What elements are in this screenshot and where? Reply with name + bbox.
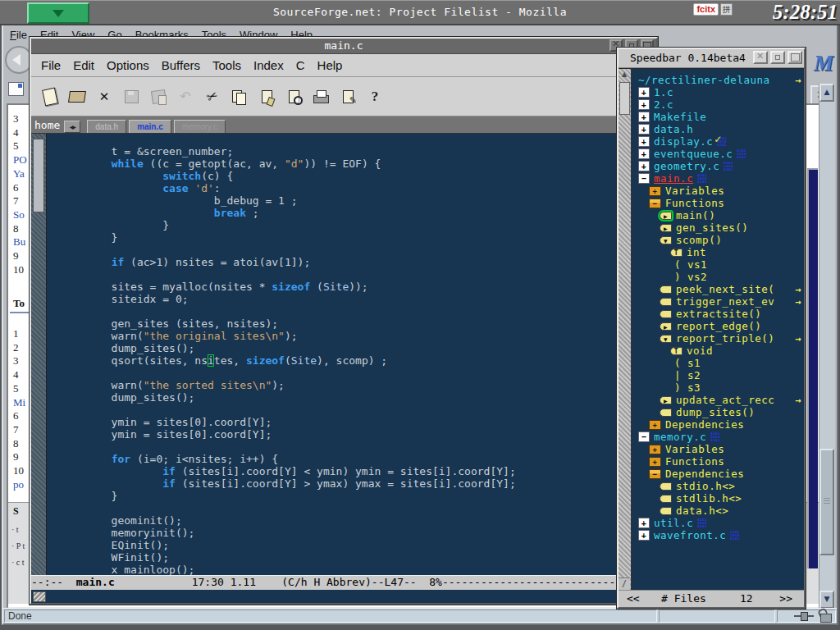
paste-icon[interactable] [256,84,277,109]
tree-label[interactable]: Makefile [654,111,706,123]
scroll-down-icon[interactable]: ▼ [819,591,834,609]
tag-icon[interactable] [660,409,672,417]
tree-row-extractsite-[interactable]: extractsite() [632,308,804,320]
menu-c[interactable]: C [296,58,305,72]
tree-row-data.h-[interactable]: data.h<> [632,504,804,517]
tree-label[interactable]: display.c [654,135,713,148]
scrollbar-thumb[interactable] [619,82,630,115]
tree-label[interactable]: data.h [654,123,693,135]
speedbar-titlebar[interactable]: Speedbar 0.14beta4 [619,49,804,68]
tag-expanded-icon[interactable] [660,335,672,343]
tree-label[interactable]: Dependencies [665,468,744,480]
file-plus-icon[interactable] [638,124,650,135]
page-link-fragment[interactable]: PO [13,153,27,167]
print-icon[interactable] [310,84,331,109]
tree-label[interactable]: ( s1 [674,357,701,369]
menu-index[interactable]: Index [253,58,284,72]
tree-row-report-edge-[interactable]: report_edge() [632,320,804,332]
page-link-fragment[interactable]: Ya [13,167,25,180]
next-page-button[interactable]: >> [779,591,792,607]
tree-label[interactable]: stdio.h<> [676,480,735,492]
tree-label[interactable]: update_act_recc [676,394,774,406]
tree-row-memory.c[interactable]: memory.c [632,431,804,443]
tree-label[interactable]: | s2 [674,369,701,381]
scrollbar-thumb[interactable] [33,139,44,212]
tree-row-peek-next-site-[interactable]: peek_next_site(→ [632,283,804,295]
tree-row-functions[interactable]: Functions [632,455,804,468]
tree-row-geometry.c[interactable]: geometry.c [632,160,804,172]
file-plus-icon[interactable] [638,161,650,171]
minimize-icon[interactable] [770,51,785,64]
tag-icon[interactable] [660,482,672,491]
page-link-fragment[interactable]: Bu [13,235,25,249]
tree-row-update-act-recc[interactable]: update_act_recc→ [632,394,804,406]
fcitx-indicator[interactable]: fcitx 拼 [693,3,733,16]
tag-type-icon[interactable] [670,347,682,355]
box-closed-icon[interactable] [649,186,661,196]
tree-label[interactable]: report_triple() [676,332,774,345]
box-open-icon[interactable] [649,469,661,479]
tree-row-int[interactable]: int [632,246,804,258]
file-plus-icon[interactable] [638,112,650,122]
find-icon[interactable] [283,84,304,109]
scrollbar-grip-icon[interactable]: / [619,578,630,590]
back-button[interactable] [5,46,33,74]
tree-label[interactable]: eventqueue.c [654,148,733,160]
file-plus-icon[interactable] [638,87,650,98]
file-plus-icon[interactable] [638,136,650,147]
save-as-icon[interactable] [148,84,169,109]
tree-label[interactable]: geometry.c [654,160,719,172]
file-plus-icon[interactable] [638,518,650,528]
tree-row--s1[interactable]: ( s1 [632,357,804,369]
tree-row-util.c[interactable]: util.c [632,517,804,529]
buffer-tab-memory.c[interactable]: memory.c [174,120,226,133]
tag-icon[interactable] [660,298,672,306]
tag-expand-icon[interactable] [660,224,672,232]
tree-label[interactable]: stdlib.h<> [676,492,742,504]
tree-label[interactable]: Variables [665,185,724,197]
tree-row-makefile[interactable]: Makefile [632,111,804,123]
tree-label[interactable]: memory.c [654,431,706,443]
spell-check-icon[interactable] [337,84,358,109]
tree-row-stdlib.h-[interactable]: stdlib.h<> [632,492,804,504]
tree-row-variables[interactable]: Variables [632,185,804,197]
page-link-fragment[interactable]: So [13,208,25,221]
security-lock-icon[interactable] [820,614,832,623]
menu-tools[interactable]: Tools [212,58,241,72]
home-button[interactable]: home [34,118,60,133]
tree-row-main-[interactable]: main() [632,209,804,221]
scrollbar-thumb[interactable] [819,449,834,555]
box-closed-icon[interactable] [649,445,661,454]
open-file-icon[interactable] [66,84,88,109]
scroll-up-icon[interactable]: ▲ [819,84,834,102]
tree-row--vs2[interactable]: ) vs2 [632,271,804,283]
tree-label[interactable]: void [687,345,713,357]
resize-grip-icon[interactable] [33,591,46,602]
tree-label[interactable]: Functions [665,197,724,209]
menu-edit[interactable]: Edit [73,58,94,72]
tree-label[interactable]: gen_sites() [676,221,748,234]
tree-label[interactable]: data.h<> [676,504,728,517]
echo-area[interactable] [31,590,656,603]
tree-label[interactable]: scomp() [676,234,722,246]
tree-row-dependencies[interactable]: Dependencies [632,468,804,480]
tree-label[interactable]: int [687,246,706,258]
tree-row-trigger-next-ev[interactable]: trigger_next_ev→ [632,295,804,308]
tree-label[interactable]: 1.c [654,86,673,98]
tag-expand-icon[interactable] [660,212,672,220]
prev-page-button[interactable]: << [627,591,640,607]
tree-label[interactable]: trigger_next_ev [676,295,774,308]
tree-label[interactable]: main() [676,209,715,221]
code-editor[interactable]: t = &screen_number; while ((c = getopt(a… [47,134,656,575]
box-open-icon[interactable] [649,199,661,208]
tree-row--rectiliner-delauna[interactable]: ~/rectiliner-delauna→ [632,74,804,86]
copy-icon[interactable] [229,84,250,109]
tag-icon[interactable] [660,495,672,503]
tree-row-1.c[interactable]: 1.c [632,86,804,98]
tag-expand-icon[interactable] [660,396,672,404]
speedbar-scrollbar[interactable]: ▲ / [619,69,632,590]
sidebar-tab-icon[interactable] [8,82,24,96]
tree-row-display.c[interactable]: display.c [632,135,804,148]
buffer-tab-main.c[interactable]: main.c [129,120,171,133]
tree-label[interactable]: Functions [665,455,724,468]
